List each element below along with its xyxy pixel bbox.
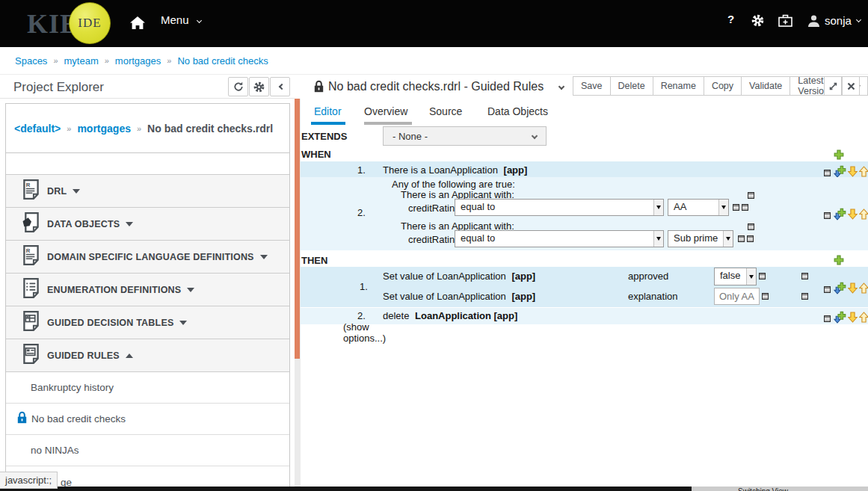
- explanation-value-input[interactable]: [714, 288, 760, 305]
- rule-label: Bankruptcy history: [31, 382, 114, 393]
- remove-field-button[interactable]: [762, 293, 769, 300]
- chevron-down-icon: [197, 18, 202, 23]
- move-up-button[interactable]: [859, 209, 868, 223]
- operator-select[interactable]: equal to: [455, 199, 664, 216]
- help-icon[interactable]: ?: [727, 13, 734, 25]
- breadcrumb-current-asset[interactable]: No bad credit checks: [177, 55, 268, 67]
- breadcrumb-separator: »: [105, 56, 109, 65]
- add-row-below-button[interactable]: [834, 282, 846, 297]
- tab-overview[interactable]: Overview: [364, 105, 407, 117]
- section-guided-rules[interactable]: GUIDED RULES: [6, 339, 289, 372]
- any-of-label: Any of the following are true:: [392, 179, 515, 190]
- section-dsl-definitions[interactable]: R DOMAIN SPECIFIC LANGUAGE DEFINITIONS: [6, 241, 289, 274]
- remove-field-button[interactable]: [759, 273, 766, 280]
- save-button[interactable]: Save: [573, 76, 611, 96]
- action-text[interactable]: delete LoanApplication [app]: [383, 310, 517, 321]
- remove-action-button[interactable]: [801, 293, 808, 300]
- breadcrumb-mortgages[interactable]: mortgages: [115, 55, 161, 67]
- delete-button[interactable]: Delete: [610, 76, 653, 96]
- close-editor-button[interactable]: [842, 76, 860, 96]
- extends-select[interactable]: - None -: [383, 126, 547, 146]
- field-label[interactable]: creditRating: [408, 234, 460, 245]
- explorer-settings-button[interactable]: [249, 77, 269, 96]
- section-guided-decision-tables[interactable]: GUIDED DECISION TABLES: [6, 306, 289, 339]
- add-row-below-button[interactable]: [834, 311, 846, 327]
- operator-select[interactable]: equal to: [455, 230, 664, 247]
- section-data-objects[interactable]: DATA OBJECTS: [6, 208, 289, 241]
- chevron-down-icon: [856, 17, 861, 22]
- action-label: Set value of LoanApplication: [383, 291, 506, 302]
- validate-button[interactable]: Validate: [741, 76, 790, 96]
- breadcrumb-spaces[interactable]: Spaces: [15, 55, 47, 67]
- title-chevron-down-icon[interactable]: [558, 84, 564, 90]
- ide-logo-circle[interactable]: IDE: [69, 2, 111, 44]
- collapse-row-button[interactable]: [824, 212, 831, 219]
- breadcrumb: Spaces » myteam » mortgages » No bad cre…: [0, 47, 868, 75]
- home-icon[interactable]: [130, 16, 145, 32]
- toolbox-icon[interactable]: [778, 14, 792, 30]
- dsl-file-icon: R: [22, 244, 40, 269]
- move-down-button[interactable]: [848, 282, 858, 297]
- value-select[interactable]: AA: [668, 199, 729, 216]
- section-drl[interactable]: R DRL: [6, 175, 289, 208]
- section-enumeration-definitions[interactable]: ENUMERATION DEFINITIONS: [6, 274, 289, 306]
- caret-down-icon: [179, 321, 187, 325]
- remove-field-button[interactable]: [747, 235, 754, 242]
- move-down-button[interactable]: [848, 312, 858, 326]
- plus-icon: [834, 255, 844, 265]
- collapse-row-button[interactable]: [824, 286, 831, 293]
- value-text: AA: [668, 200, 718, 215]
- pattern-text[interactable]: There is a LoanApplication [app]: [383, 164, 527, 176]
- rename-button[interactable]: Rename: [653, 76, 704, 96]
- arrow-down-icon: [848, 166, 858, 177]
- action-text[interactable]: Set value of LoanApplication [app]: [383, 271, 535, 282]
- action-text[interactable]: Set value of LoanApplication [app]: [383, 291, 535, 302]
- rule-item-no-ninjas[interactable]: no NINJAs: [6, 435, 289, 466]
- tab-data-objects[interactable]: Data Objects: [487, 105, 548, 117]
- move-up-button[interactable]: [859, 282, 868, 297]
- tab-editor[interactable]: Editor: [314, 105, 342, 117]
- remove-field-button[interactable]: [742, 204, 748, 211]
- gear-icon: [253, 81, 265, 93]
- edit-field-button[interactable]: [738, 235, 745, 242]
- path-default-link[interactable]: <default>: [14, 123, 61, 135]
- editor-title: No bad credit checks.rdrl - Guided Rules: [328, 80, 544, 93]
- field-label[interactable]: creditRating: [408, 203, 460, 214]
- copy-button[interactable]: Copy: [704, 76, 742, 96]
- show-options-link[interactable]: (show options...): [343, 321, 391, 344]
- collapse-panel-button[interactable]: [270, 77, 290, 96]
- refresh-button[interactable]: [228, 77, 248, 96]
- edit-field-button[interactable]: [733, 204, 739, 211]
- value-select[interactable]: Sub prime: [668, 230, 733, 247]
- splitter-drag-handle[interactable]: [295, 99, 300, 359]
- add-row-below-button[interactable]: [834, 208, 846, 223]
- caret-down-icon: [187, 288, 194, 292]
- collapse-row-button[interactable]: [824, 170, 831, 176]
- rule-label: no NINJAs: [31, 445, 79, 456]
- user-icon: [808, 15, 819, 27]
- expand-editor-button[interactable]: [824, 76, 842, 96]
- gear-icon[interactable]: [751, 14, 764, 30]
- remove-pattern-button[interactable]: [748, 223, 754, 230]
- move-up-button[interactable]: [859, 312, 868, 326]
- menu-dropdown[interactable]: Menu: [161, 13, 201, 26]
- tab-source[interactable]: Source: [429, 105, 462, 117]
- collapse-row-button[interactable]: [824, 315, 831, 322]
- breadcrumb-myteam[interactable]: myteam: [64, 55, 99, 67]
- arrow-up-icon: [859, 209, 868, 220]
- rule-item-bankruptcy-history[interactable]: Bankruptcy history: [6, 372, 289, 404]
- caret-down-icon: [126, 222, 133, 226]
- extends-label: EXTENDS: [301, 131, 347, 142]
- expand-icon: [828, 81, 838, 91]
- move-down-button[interactable]: [848, 209, 858, 223]
- path-mortgages-link[interactable]: mortgages: [77, 123, 131, 135]
- rule-item-no-bad-credit-checks[interactable]: No bad credit checks: [6, 404, 289, 435]
- plus-down-icon: [834, 165, 846, 178]
- explorer-path: <default> » mortgages » No bad credit ch…: [6, 104, 289, 153]
- select-arrow-button: [653, 231, 663, 247]
- approved-value-select[interactable]: false: [714, 268, 757, 285]
- remove-action-button[interactable]: [801, 273, 808, 280]
- user-menu[interactable]: sonja: [808, 14, 861, 27]
- remove-pattern-button[interactable]: [748, 192, 754, 199]
- extends-selected-value: - None -: [384, 131, 532, 142]
